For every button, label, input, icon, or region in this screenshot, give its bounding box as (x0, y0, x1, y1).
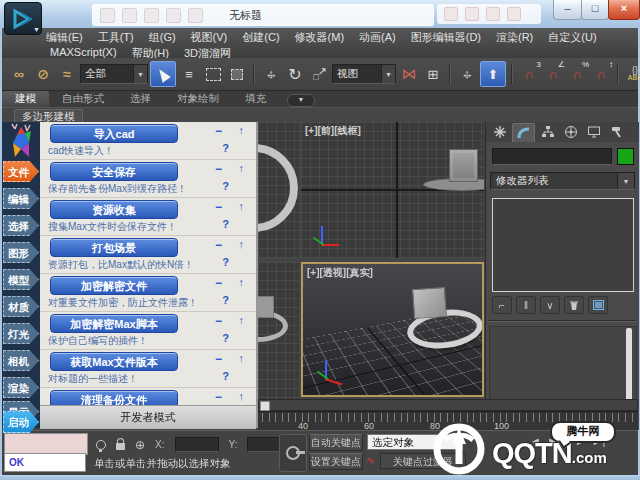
ribbon-tab-modeling[interactable]: 建模 (2, 91, 49, 107)
menu-edit[interactable]: 编辑(E) (46, 30, 83, 45)
rectangular-selection-region-icon[interactable] (202, 63, 224, 85)
titlebar[interactable]: 无标题 – □ × (0, 0, 640, 29)
viewport-perspective-active[interactable]: [+][透视][真实] (301, 262, 484, 397)
modifier-stack-list[interactable] (492, 198, 634, 292)
remove-modifier-icon[interactable] (564, 296, 584, 314)
close-button[interactable]: × (608, 0, 640, 20)
object-name-field[interactable] (492, 148, 612, 165)
mirror-icon[interactable]: ⋈ (398, 63, 420, 85)
select-and-manipulate-icon[interactable]: ↔↕ (456, 63, 478, 85)
select-and-scale-icon[interactable]: □↗ (308, 63, 330, 85)
minimize-button[interactable]: – (553, 0, 582, 20)
modify-tab[interactable] (512, 123, 535, 142)
collapse-icon[interactable]: − (215, 276, 222, 290)
menu-graph-editors[interactable]: 图形编辑器(D) (411, 30, 481, 45)
utilities-tab[interactable] (606, 123, 627, 141)
align-icon[interactable]: ⊞ (422, 63, 444, 85)
move-up-icon[interactable]: ↑ (239, 314, 245, 326)
collapse-icon[interactable]: − (215, 352, 222, 366)
collapse-icon[interactable]: − (215, 314, 222, 328)
selection-filter-dropdown[interactable]: 全部 ▼ (80, 64, 148, 84)
percent-snap-icon[interactable]: ∩% (566, 63, 588, 85)
isolate-selection-icon[interactable] (96, 440, 106, 450)
spinner-snap-icon[interactable]: ∩↕ (590, 63, 612, 85)
select-and-rotate-icon[interactable]: ↻ (284, 63, 306, 85)
viewport-left-partial[interactable] (258, 262, 299, 399)
viewport-front[interactable]: [+][前][线框] (301, 122, 484, 258)
move-up-icon[interactable]: ↑ (239, 390, 245, 402)
help-icon[interactable]: ? (222, 180, 229, 192)
move-up-icon[interactable]: ↑ (239, 238, 245, 250)
encrypt-maxscript-button[interactable]: 加密解密Max脚本 (50, 314, 178, 333)
select-by-name-icon[interactable]: ≡ (178, 63, 200, 85)
move-up-icon[interactable]: ↑ (239, 124, 245, 136)
plugin-tab-model[interactable]: 模型 (3, 269, 39, 290)
plugin-tab-render[interactable]: 渲染 (3, 377, 39, 398)
get-max-version-button[interactable]: 获取Max文件版本 (50, 352, 178, 371)
select-and-link-icon[interactable]: ∞ (8, 63, 30, 85)
help-icon[interactable]: ? (222, 332, 229, 344)
menu-modifiers[interactable]: 修改器(M) (295, 30, 345, 45)
snap-toggle-3d-icon[interactable]: ∩3 (518, 63, 540, 85)
modifier-list-dropdown[interactable]: 修改器列表 ▼ (490, 172, 635, 190)
display-tab[interactable] (583, 123, 604, 141)
developer-mode-bar[interactable]: 开发者模式 (40, 405, 256, 429)
plugin-tab-file[interactable]: 文件 (3, 161, 39, 182)
redo-icon[interactable] (188, 8, 203, 23)
show-end-result-icon[interactable]: ‖ (516, 296, 536, 314)
object-color-swatch[interactable] (617, 148, 634, 165)
x-coordinate-input[interactable] (175, 437, 219, 452)
collapse-icon[interactable]: − (215, 238, 222, 252)
plugin-tab-shape[interactable]: 图形 (3, 242, 39, 263)
help-icon[interactable]: ? (222, 256, 229, 268)
ribbon-overflow-button[interactable]: ▼ (287, 94, 315, 107)
track-bar[interactable]: 40 60 80 100 (258, 411, 638, 431)
hierarchy-tab[interactable] (537, 123, 558, 141)
move-up-icon[interactable]: ↑ (239, 162, 245, 174)
unlink-selection-icon[interactable]: ⊘ (32, 63, 54, 85)
menu-rendering[interactable]: 渲染(R) (496, 30, 533, 45)
help-icon[interactable] (507, 7, 521, 21)
next-frame-button[interactable]: ►► (564, 435, 586, 447)
collapse-icon[interactable]: − (215, 390, 222, 404)
ribbon-tab-populate[interactable]: 填充 (232, 91, 279, 107)
collapse-icon[interactable]: − (215, 124, 222, 138)
menu-customize[interactable]: 自定义(U) (548, 30, 596, 45)
encrypt-file-button[interactable]: 加密解密文件 (50, 276, 178, 295)
plugin-tab-material[interactable]: 材质 (3, 296, 39, 317)
named-selection-sets-icon[interactable]: {}ABC (624, 63, 640, 85)
pack-scene-button[interactable]: 打包场景 (50, 238, 178, 257)
application-menu-button[interactable]: ▼ (4, 2, 42, 35)
play-button[interactable]: ► (547, 435, 558, 447)
maxscript-mini-listener[interactable] (4, 433, 88, 455)
new-file-icon[interactable] (100, 8, 115, 23)
menu-group[interactable]: 组(G) (149, 30, 176, 45)
select-object-button[interactable] (150, 61, 176, 87)
transform-gizmo-icon[interactable]: ⊕ (135, 438, 145, 452)
plugin-tab-select[interactable]: 选择 (3, 215, 39, 236)
plugin-tab-edit[interactable]: 编辑 (3, 188, 39, 209)
menu-create[interactable]: 创建(C) (242, 30, 279, 45)
collapse-icon[interactable]: − (215, 162, 222, 176)
undo-icon[interactable] (166, 8, 181, 23)
ribbon-tab-freeform[interactable]: 自由形式 (49, 91, 117, 107)
star-icon[interactable] (486, 7, 500, 21)
bind-to-spacewarp-icon[interactable]: ≈ (56, 63, 78, 85)
keyhole-icon[interactable] (465, 7, 479, 21)
reference-coordinate-dropdown[interactable]: 视图 ▼ (332, 64, 396, 84)
move-up-icon[interactable]: ↑ (239, 352, 245, 364)
search-icon[interactable] (444, 7, 458, 21)
configure-modifier-sets-icon[interactable] (588, 296, 608, 314)
open-file-icon[interactable] (122, 8, 137, 23)
motion-tab[interactable] (560, 123, 581, 141)
set-keys-button[interactable] (279, 434, 307, 472)
menu-views[interactable]: 视图(V) (191, 30, 228, 45)
ribbon-tab-selection[interactable]: 选择 (117, 91, 164, 107)
help-icon[interactable]: ? (222, 218, 229, 230)
use-pivot-center-button[interactable]: ⬆ (480, 61, 506, 87)
help-icon[interactable]: ? (222, 142, 229, 154)
viewport-perspective-label[interactable]: [+][透视][真实] (307, 266, 373, 280)
menu-tools[interactable]: 工具(T) (98, 30, 134, 45)
previous-frame-button[interactable]: ◄ (530, 435, 541, 447)
key-filters-button[interactable]: 关键点过滤器 (380, 453, 466, 469)
